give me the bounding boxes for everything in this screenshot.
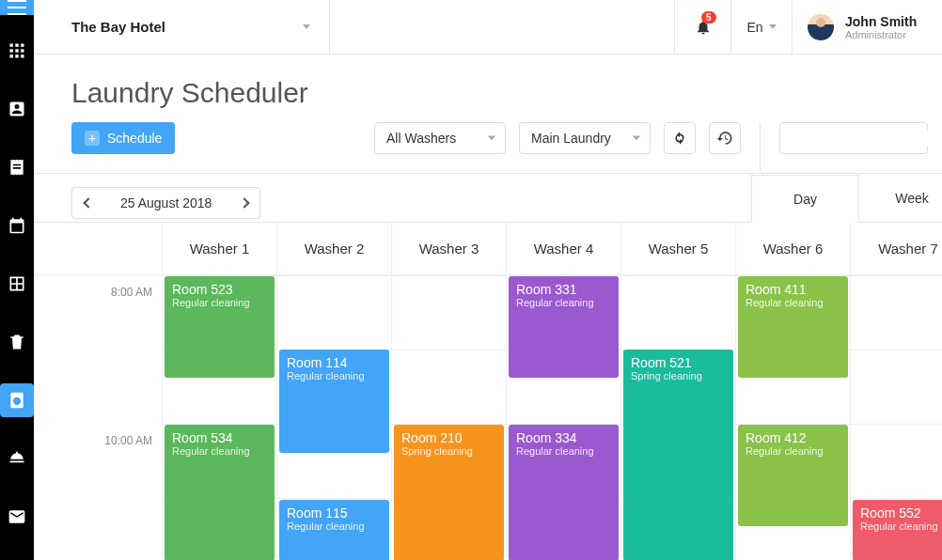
washer-header: Washer 7	[851, 223, 942, 275]
schedule-event[interactable]: Room 114Regular cleaning	[279, 350, 389, 453]
time-label: 8:00 AM	[111, 286, 152, 299]
caret-down-icon	[769, 24, 777, 29]
view-tab-day[interactable]: Day	[751, 175, 858, 223]
schedule-event[interactable]: Room 552Regular cleaning	[853, 500, 942, 560]
schedule-event[interactable]: Room 334Regular cleaning	[509, 425, 619, 560]
schedule-event[interactable]: Room 115Regular cleaning	[279, 500, 389, 560]
grid-icon	[8, 41, 26, 60]
event-title: Room 334	[516, 430, 611, 445]
event-title: Room 521	[631, 355, 726, 370]
svg-rect-9	[10, 54, 13, 57]
view-tab-week[interactable]: Week	[858, 174, 942, 222]
washer-header: Washer 1	[163, 223, 276, 275]
schedule-event[interactable]: Room 411Regular cleaning	[738, 276, 848, 378]
washer-header: Washer 6	[736, 223, 850, 275]
history-button[interactable]	[709, 122, 741, 154]
event-title: Room 210	[401, 430, 496, 445]
washer-header: Washer 5	[621, 223, 735, 275]
scheduler-grid: 8:00 AM10:00 AM Washer 1Room 523Regular …	[34, 223, 942, 560]
event-title: Room 534	[172, 430, 267, 445]
schedule-button[interactable]: + Schedule	[71, 122, 175, 154]
current-date: 25 August 2018	[103, 187, 228, 219]
location-filter-select[interactable]: Main Laundry	[519, 122, 651, 154]
search-box[interactable]	[779, 122, 928, 154]
nav-apps[interactable]	[0, 34, 34, 68]
contact-icon	[8, 100, 26, 118]
nav-mail[interactable]	[0, 500, 34, 534]
time-label: 10:00 AM	[104, 434, 152, 447]
time-column: 8:00 AM10:00 AM	[34, 223, 163, 560]
schedule-event[interactable]: Room 521Spring cleaning	[623, 350, 733, 560]
caret-down-icon	[303, 24, 310, 29]
svg-rect-5	[21, 44, 24, 47]
user-name: John Smith	[845, 14, 917, 29]
washer-header: Washer 2	[277, 223, 391, 275]
event-subtitle: Regular cleaning	[516, 445, 611, 457]
schedule-event[interactable]: Room 523Regular cleaning	[165, 276, 275, 378]
schedule-button-label: Schedule	[107, 131, 162, 146]
refresh-icon	[671, 130, 688, 147]
nav-rooms[interactable]	[0, 267, 34, 301]
svg-rect-4	[15, 44, 18, 47]
hotel-name: The Bay Hotel	[71, 19, 303, 35]
dining-icon	[8, 449, 26, 468]
search-input[interactable]	[793, 131, 942, 146]
washer-column: Washer 3Room 210Spring cleaning	[392, 223, 507, 560]
event-title: Room 331	[516, 282, 611, 297]
event-title: Room 114	[287, 355, 382, 370]
washer-filter-select[interactable]: All Washers	[374, 122, 506, 154]
washer-column: Washer 7Room 552Regular cleaning	[851, 223, 942, 560]
next-date-button[interactable]	[228, 187, 260, 219]
laundry-icon	[8, 391, 26, 410]
svg-rect-6	[10, 49, 13, 52]
schedule-event[interactable]: Room 331Regular cleaning	[509, 276, 619, 378]
topbar: The Bay Hotel 5 En John Smith Administra…	[34, 0, 942, 54]
location-filter-value: Main Laundry	[531, 131, 611, 146]
refresh-button[interactable]	[664, 122, 696, 154]
nav-calendar[interactable]	[0, 209, 34, 242]
plus-icon: +	[85, 131, 100, 146]
event-title: Room 411	[746, 282, 840, 297]
event-subtitle: Spring cleaning	[631, 370, 726, 381]
language-selector[interactable]: En	[730, 0, 792, 54]
window-icon	[8, 274, 26, 293]
chevron-left-icon	[83, 197, 93, 208]
user-role: Administrator	[845, 29, 917, 40]
event-subtitle: Regular cleaning	[746, 445, 840, 457]
language-label: En	[746, 20, 762, 35]
svg-rect-7	[15, 49, 18, 52]
schedule-event[interactable]: Room 534Regular cleaning	[165, 425, 275, 560]
svg-rect-3	[10, 44, 13, 47]
sidebar	[0, 0, 34, 560]
user-menu[interactable]: John Smith Administrator	[792, 0, 942, 54]
history-icon	[716, 130, 733, 147]
washer-column: Washer 2Room 114Regular cleaningRoom 115…	[277, 223, 392, 560]
menu-toggle[interactable]	[0, 0, 34, 15]
notifications-button[interactable]: 5	[674, 0, 730, 54]
notification-count: 5	[701, 11, 716, 23]
trash-icon	[8, 333, 26, 351]
nav-receipts[interactable]	[0, 150, 34, 184]
nav-laundry[interactable]	[0, 383, 34, 417]
caret-down-icon	[633, 136, 640, 141]
event-subtitle: Regular cleaning	[287, 521, 382, 532]
svg-rect-1	[8, 7, 26, 8]
hotel-selector[interactable]: The Bay Hotel	[34, 0, 330, 54]
nav-trash[interactable]	[0, 325, 34, 359]
schedule-event[interactable]: Room 412Regular cleaning	[738, 425, 848, 526]
caret-down-icon	[488, 136, 495, 141]
chevron-right-icon	[239, 197, 249, 208]
washer-column: Washer 6Room 411Regular cleaningRoom 412…	[736, 223, 851, 560]
nav-contacts[interactable]	[0, 92, 34, 126]
prev-date-button[interactable]	[71, 187, 103, 219]
event-title: Room 115	[287, 506, 382, 521]
receipt-icon	[8, 158, 26, 177]
nav-dining[interactable]	[0, 442, 34, 475]
calendar-icon	[8, 216, 26, 235]
event-title: Room 412	[746, 430, 840, 445]
svg-rect-8	[21, 49, 24, 52]
event-title: Room 552	[860, 506, 942, 521]
divider	[760, 123, 761, 172]
schedule-event[interactable]: Room 210Spring cleaning	[394, 425, 504, 560]
event-subtitle: Regular cleaning	[172, 445, 267, 457]
